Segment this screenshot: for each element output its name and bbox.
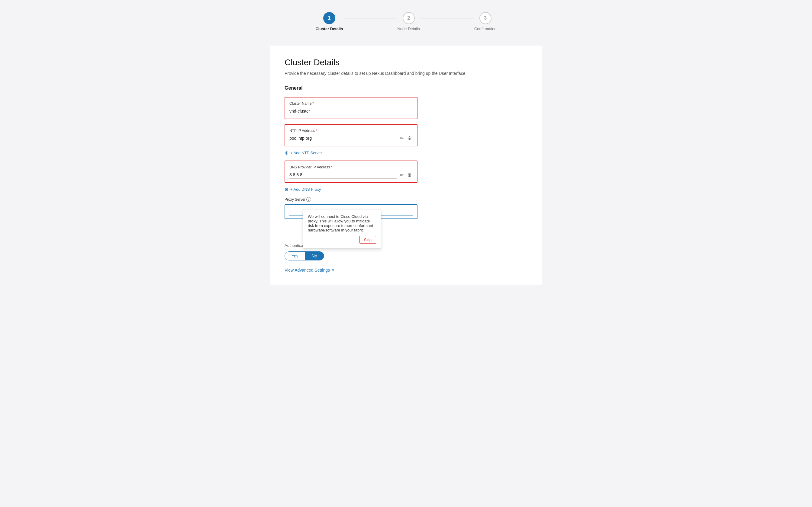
step-3: 3 Confirmation xyxy=(474,12,497,31)
step-2: 2 Node Details xyxy=(397,12,420,31)
add-ntp-icon: ⊕ xyxy=(285,150,289,156)
ntp-input-row: ✏ 🗑 xyxy=(289,134,413,142)
dns-edit-button[interactable]: ✏ xyxy=(399,171,404,178)
cluster-name-box: Cluster Name * xyxy=(285,97,417,119)
ntp-edit-button[interactable]: ✏ xyxy=(399,135,404,142)
auth-toggle-group: Yes No xyxy=(285,251,324,261)
step-1-circle: 1 xyxy=(323,12,335,24)
advanced-settings-link[interactable]: View Advanced Settings ∨ xyxy=(285,268,527,273)
ntp-input[interactable] xyxy=(289,134,397,142)
step-connector-2 xyxy=(420,18,474,18)
step-2-circle: 2 xyxy=(403,12,415,24)
cluster-name-input[interactable] xyxy=(289,107,413,115)
cluster-name-label: Cluster Name * xyxy=(289,101,413,106)
main-card: Cluster Details Provide the necessary cl… xyxy=(270,46,542,285)
page-title: Cluster Details xyxy=(285,58,527,67)
auth-yes-button[interactable]: Yes xyxy=(285,252,305,260)
step-3-circle: 3 xyxy=(479,12,492,24)
page-subtitle: Provide the necessary cluster details to… xyxy=(285,71,527,76)
add-ntp-link[interactable]: ⊕ + Add NTP Server xyxy=(285,150,417,156)
dns-input[interactable] xyxy=(289,171,397,179)
stepper: 1 Cluster Details 2 Node Details 3 Confi… xyxy=(201,12,611,31)
step-1: 1 Cluster Details xyxy=(315,12,343,31)
proxy-label: Proxy Server i xyxy=(285,197,417,202)
ntp-label: NTP IP Address * xyxy=(289,128,413,133)
step-connector-1 xyxy=(343,18,397,18)
page-wrapper: 1 Cluster Details 2 Node Details 3 Confi… xyxy=(195,0,617,303)
dns-box: DNS Provider IP Address * ✏ 🗑 xyxy=(285,161,417,183)
ntp-box: NTP IP Address * ✏ 🗑 xyxy=(285,124,417,146)
add-dns-icon: ⊕ xyxy=(285,186,289,192)
auth-no-button[interactable]: No xyxy=(305,252,324,260)
section-general: General xyxy=(285,86,527,91)
skip-button[interactable]: Skip xyxy=(359,236,376,243)
step-3-label: Confirmation xyxy=(474,26,497,31)
dns-delete-button[interactable]: 🗑 xyxy=(407,172,413,178)
dns-label: DNS Provider IP Address * xyxy=(289,165,413,169)
chevron-down-icon: ∨ xyxy=(332,268,335,272)
step-1-label: Cluster Details xyxy=(315,26,343,31)
proxy-tooltip: We will connect to Cisco Cloud via proxy… xyxy=(303,209,381,249)
dns-input-row: ✏ 🗑 xyxy=(289,171,413,179)
ntp-delete-button[interactable]: 🗑 xyxy=(407,135,413,142)
proxy-section: Proxy Server i We will connect to Cisco … xyxy=(285,197,417,219)
add-dns-link[interactable]: ⊕ + Add DNS Proxy xyxy=(285,186,417,192)
step-2-label: Node Details xyxy=(397,26,420,31)
proxy-info-icon[interactable]: i xyxy=(306,197,311,202)
